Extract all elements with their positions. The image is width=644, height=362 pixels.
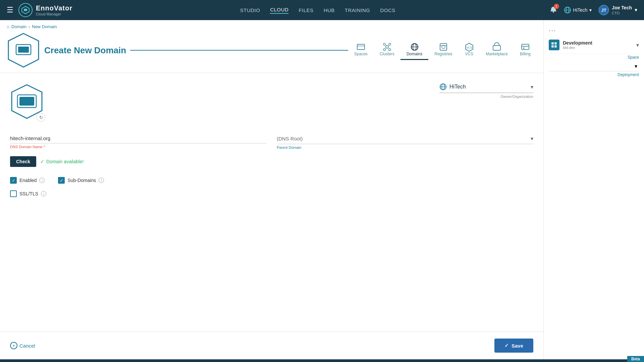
svg-line-18 [385, 45, 386, 46]
enabled-checkbox-box[interactable]: ✓ [10, 177, 17, 184]
notification-badge: 1 [554, 4, 559, 9]
parent-domain-dropdown[interactable]: (DNS Root) ▾ [277, 133, 533, 144]
user-name: Joe Tech [612, 5, 632, 11]
panel-options-dots[interactable]: ... [549, 25, 639, 33]
ssl-info-icon[interactable]: i [41, 191, 46, 196]
nav-studio[interactable]: STUDIO [240, 7, 260, 13]
panel-deployment-dropdown[interactable]: ▾ [549, 61, 639, 71]
page-title: Create New Domain [44, 45, 126, 56]
svg-line-19 [388, 45, 389, 46]
cancel-button[interactable]: + Cancel [10, 342, 35, 349]
check-button[interactable]: Check [10, 156, 36, 167]
clusters-icon [382, 42, 392, 52]
breadcrumb: ⌂ Domain › New Domain [7, 24, 348, 29]
toolbar-domains[interactable]: Domains [400, 40, 428, 60]
user-avatar-icon: JT [598, 5, 609, 15]
user-details: Joe Tech CTO [612, 5, 632, 15]
svg-text:JT: JT [601, 8, 606, 13]
registries-icon [439, 42, 448, 52]
enabled-label: Enabled [19, 178, 37, 183]
breadcrumb-arrow: › [29, 24, 30, 29]
logo-text: EnnoVator Cloud Manager [36, 4, 72, 16]
breadcrumb-section: ⌂ Domain › New Domain Create New Domain [7, 24, 348, 73]
enabled-check-icon: ✓ [12, 178, 15, 183]
subdomains-checkbox-box[interactable]: ✓ [58, 177, 65, 184]
owner-org-value: HiTech [449, 84, 528, 90]
page-title-row: Create New Domain [7, 32, 348, 73]
svg-rect-42 [551, 45, 554, 48]
svg-line-21 [388, 48, 389, 49]
parent-domain-value: (DNS Root) [277, 136, 531, 141]
domain-available-status: ✓ Domain available! [40, 159, 84, 164]
globe-icon [564, 6, 571, 14]
logo-svg-icon [21, 6, 30, 14]
hamburger-menu[interactable]: ☰ [7, 6, 13, 14]
user-arrow-icon: ▾ [635, 7, 637, 13]
marketplace-icon [492, 42, 501, 52]
top-bar: ⌂ Domain › New Domain Create New Domain [0, 20, 543, 73]
panel-space-info: Development tdd-dev [563, 40, 633, 50]
svg-rect-36 [19, 97, 34, 106]
nav-training[interactable]: TRAINING [345, 7, 370, 13]
space-link[interactable]: Space [549, 55, 639, 60]
svg-line-20 [385, 48, 386, 49]
panel-space-subtitle: tdd-dev [563, 46, 633, 50]
panel-space-icon [549, 40, 559, 50]
svg-point-2 [553, 11, 554, 13]
nav-files[interactable]: FILES [299, 7, 313, 13]
subdomains-checkbox[interactable]: ✓ Sub-Domains i [58, 177, 104, 184]
owner-org-dropdown[interactable]: HiTech ▾ [439, 83, 533, 93]
svg-rect-25 [440, 44, 447, 50]
enabled-info-icon[interactable]: i [39, 178, 45, 183]
check-row: Check ✓ Domain available! [10, 156, 533, 167]
ssl-label: SSL/TLS [19, 191, 38, 196]
notifications-button[interactable]: 1 [550, 6, 557, 14]
deployment-link[interactable]: Deployment [549, 72, 639, 77]
dns-domain-input[interactable] [10, 133, 267, 143]
owner-org-arrow: ▾ [531, 84, 533, 90]
dns-domain-label: DNS Domain Name * [10, 145, 267, 149]
header: ☰ EnnoVator Cloud Manager STUDIO CLOUD F… [0, 0, 644, 20]
subdomains-info-icon[interactable]: i [99, 178, 104, 183]
toolbar-registries[interactable]: Registries [428, 40, 458, 60]
check-mark-icon: ✓ [40, 159, 44, 164]
domain-link[interactable]: Domain [11, 24, 26, 29]
save-button[interactable]: ✓ Save [494, 339, 533, 353]
toolbar-spaces[interactable]: Spaces [348, 40, 374, 60]
save-check-icon: ✓ [504, 343, 509, 349]
panel-space-arrow[interactable]: ▾ [636, 42, 639, 48]
refresh-button[interactable]: ↻ [37, 113, 45, 122]
ssl-checkbox-box[interactable] [10, 190, 17, 197]
panel-space-title: Development [563, 40, 633, 46]
toolbar-clusters[interactable]: Clusters [374, 40, 400, 60]
form-footer: + Cancel ✓ Save [0, 331, 543, 359]
user-role: CTO [612, 11, 632, 15]
owner-org-field: HiTech ▾ Owner/Organization [439, 83, 533, 99]
svg-point-14 [383, 43, 385, 45]
toolbar-billing[interactable]: Billing [514, 40, 537, 60]
nav-cloud[interactable]: CLOUD [270, 7, 288, 14]
org-selector[interactable]: HiTech ▾ [564, 6, 592, 14]
svg-rect-40 [551, 42, 554, 45]
parent-domain-arrow: ▾ [531, 135, 533, 142]
nav-docs[interactable]: DOCS [380, 7, 395, 13]
svg-rect-31 [522, 44, 529, 50]
owner-org-label: Owner/Organization [439, 95, 533, 99]
user-menu[interactable]: JT Joe Tech CTO ▾ [598, 5, 637, 15]
svg-rect-11 [357, 44, 365, 50]
header-nav: STUDIO CLOUD FILES HUB TRAINING DOCS [86, 7, 550, 14]
svg-rect-41 [554, 42, 557, 45]
toolbar-vcs[interactable]: VCS VCS [459, 40, 480, 60]
ssl-checkbox[interactable]: SSL/TLS i [10, 190, 46, 197]
svg-point-16 [383, 49, 385, 51]
enabled-checkbox[interactable]: ✓ Enabled i [10, 177, 45, 184]
form-content: ↻ HiTech ▾ Owner/Organization [0, 73, 543, 331]
nav-hub[interactable]: HUB [324, 7, 335, 13]
cancel-label: Cancel [19, 343, 35, 349]
svg-rect-10 [18, 47, 29, 53]
logo: EnnoVator Cloud Manager [18, 3, 72, 17]
icon-toolbar: Spaces Clusters [348, 37, 537, 60]
dns-parent-row: DNS Domain Name * (DNS Root) ▾ Parent Do… [10, 133, 533, 149]
toolbar-marketplace[interactable]: Marketplace [480, 40, 514, 60]
org-arrow-icon: ▾ [589, 7, 592, 13]
